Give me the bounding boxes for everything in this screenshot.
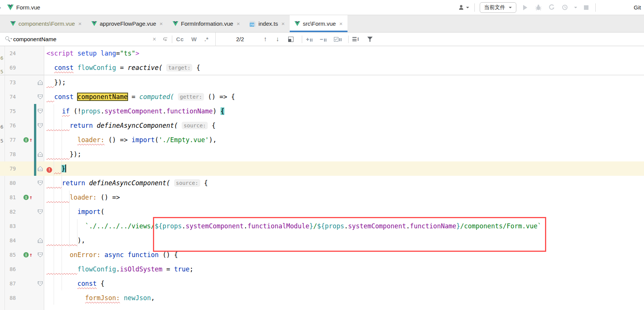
fold-marker-icon[interactable] [38,181,43,186]
error-bulb-icon[interactable]: ! [46,167,52,173]
tab-src-Form.vue[interactable]: src\Form.vue× [290,15,347,32]
tab-close-icon[interactable]: × [339,20,343,27]
inferred-marker-icon[interactable]: I [23,252,29,257]
code-line-69[interactable]: 69 const flowConfig = reactive( target: … [0,60,644,75]
code-text[interactable]: loader: () => [44,190,644,205]
match-case-toggle[interactable]: Cc [172,36,187,42]
find-in-selection-icon[interactable] [288,37,293,42]
search-filter-icon[interactable] [367,37,373,42]
code-text[interactable]: return defineAsyncComponent( source: { [44,118,644,133]
fold-marker-icon[interactable] [38,238,43,243]
code-text[interactable]: const componentName = computed( getter: … [44,90,644,104]
line-number[interactable]: 73 [0,79,18,85]
code-line-83[interactable]: 83 `./../../../views/${props.systemCompo… [0,219,644,233]
tab-approveFlowPage.vue[interactable]: approveFlowPage.vue× [86,15,168,32]
navigate-up-icon[interactable]: ↑ [29,252,32,257]
add-occurrence-icon[interactable]: + [302,37,316,42]
line-number[interactable]: 74 [0,94,18,100]
code-text[interactable]: ! } [44,161,644,176]
inferred-marker-icon[interactable]: I [23,137,29,143]
code-text[interactable]: `./../../../views/${props.systemComponen… [44,219,644,233]
line-number[interactable]: 80 [0,180,18,186]
code-line-86[interactable]: 86 flowConfig.isOldSystem = true; [0,262,644,276]
code-line-75[interactable]: 75 if (!props.systemComponent.functionNa… [0,104,644,118]
code-text[interactable]: import( [44,205,644,219]
search-icon[interactable] [5,36,11,42]
clear-search-icon[interactable]: × [149,36,159,43]
run-configuration-select[interactable]: 当前文件 [480,2,516,13]
debug-icon[interactable] [534,3,543,12]
line-number[interactable]: 78 [0,151,18,157]
remove-occurrence-icon[interactable]: − [316,37,330,42]
code-text[interactable]: <script setup lang="ts"> [44,46,644,60]
code-line-85[interactable]: 85I↑ onError: async function () { [0,248,644,262]
next-match-icon[interactable]: ↓ [272,36,284,43]
regex-toggle[interactable]: .* [201,36,212,42]
code-text[interactable]: return defineAsyncComponent( source: { [44,176,644,190]
git-menu-label[interactable]: Git [634,4,641,11]
code-line-84[interactable]: 84 ), [0,233,644,248]
tab-close-icon[interactable]: × [281,20,285,27]
code-line-24[interactable]: 24<script setup lang="ts"> [0,46,644,60]
line-number[interactable]: 81 [0,194,18,200]
code-text[interactable]: const { [44,276,644,291]
line-number[interactable]: 82 [0,209,18,215]
code-line-87[interactable]: 87 const { [0,276,644,291]
fold-marker-icon[interactable] [38,152,43,157]
code-line-74[interactable]: 74 const componentName = computed( gette… [0,90,644,104]
filter-lines-icon[interactable]: I [349,37,363,42]
code-line-80[interactable]: 80 return defineAsyncComponent( source: … [0,176,644,190]
fold-marker-icon[interactable] [38,209,43,214]
code-text[interactable]: const flowConfig = reactive( target: { [44,60,644,75]
code-text[interactable]: loader: () => import('./Empty.vue'), [44,133,644,147]
coverage-icon[interactable] [548,3,556,12]
line-number[interactable]: 75 [0,108,18,114]
tab-index.ts[interactable]: TSindex.ts× [245,15,289,32]
code-text[interactable]: if (!props.systemComponent.functionName)… [44,104,644,118]
whole-words-toggle[interactable]: W [188,36,201,42]
search-input[interactable] [13,36,149,42]
tab-close-icon[interactable]: × [236,20,240,27]
line-number[interactable]: 88 [0,295,18,301]
code-text[interactable]: ), [44,233,644,248]
profiler-icon[interactable] [561,3,569,12]
line-number[interactable]: 86 [0,266,18,272]
tab-FormInformation.vue[interactable]: FormInformation.vue× [168,15,245,32]
code-text[interactable]: formJson: newJson, [44,291,644,305]
code-line-73[interactable]: 73 }); [0,75,644,90]
line-number[interactable]: 79 [0,166,18,172]
fold-marker-icon[interactable] [38,80,43,85]
profiler-caret-icon[interactable] [574,7,577,8]
search-history-icon[interactable] [159,37,172,42]
code-line-76[interactable]: 76 return defineAsyncComponent( source: … [0,118,644,133]
line-number[interactable]: 84 [0,237,18,243]
line-number[interactable]: 87 [0,281,18,287]
code-line-81[interactable]: 81I↑ loader: () => [0,190,644,205]
stop-icon[interactable] [582,3,590,12]
code-text[interactable]: flowConfig.isOldSystem = true; [44,262,644,276]
line-number[interactable]: 85 [0,252,18,258]
run-icon[interactable] [521,3,530,12]
code-line-82[interactable]: 82 import( [0,205,644,219]
code-text[interactable]: onError: async function () { [44,248,644,262]
code-line-77[interactable]: 77I↑ loader: () => import('./Empty.vue')… [0,133,644,147]
fold-marker-icon[interactable] [38,109,43,114]
code-editor[interactable]: 24<script setup lang="ts">69 const flowC… [0,46,644,310]
fold-marker-icon[interactable] [38,166,43,171]
fold-marker-icon[interactable] [38,95,43,99]
tab-close-icon[interactable]: × [78,20,82,27]
code-line-88[interactable]: 88 formJson: newJson, [0,291,644,305]
navigate-up-icon[interactable]: ↑ [29,137,32,143]
select-all-occurrences-icon[interactable] [330,37,345,42]
line-number[interactable]: 83 [0,223,18,229]
inferred-marker-icon[interactable]: I [23,195,29,200]
code-line-79[interactable]: 79! } [0,161,644,176]
code-text[interactable]: }); [44,75,644,90]
code-line-78[interactable]: 78 }); [0,147,644,161]
fold-marker-icon[interactable] [38,123,43,128]
fold-marker-icon[interactable] [38,281,43,286]
code-text[interactable]: }); [44,147,644,161]
user-icon[interactable] [458,3,469,12]
tab-components-Form.vue[interactable]: components\Form.vue× [5,15,86,32]
fold-marker-icon[interactable] [38,253,43,257]
